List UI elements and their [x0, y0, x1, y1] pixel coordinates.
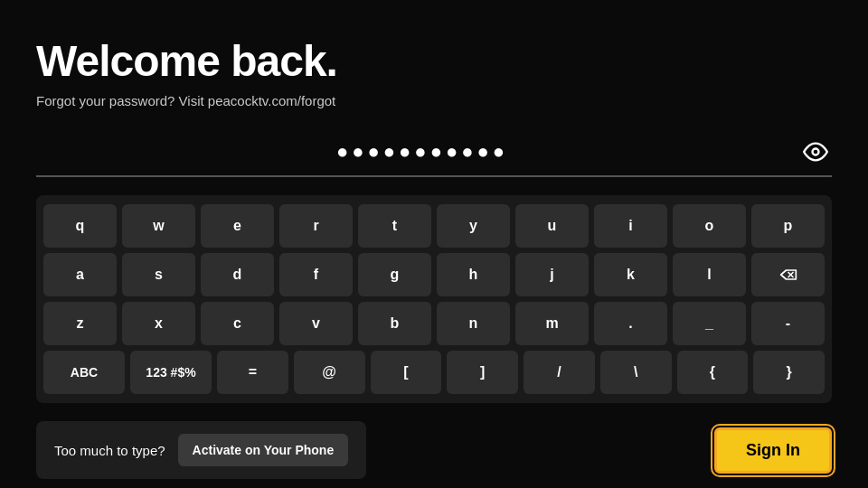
key-special[interactable] — [751, 253, 825, 296]
keyboard-row-3: ABC123 #$%=@[]/\{} — [43, 351, 825, 394]
on-screen-keyboard: qwertyuiopasdfghjklzxcvbnm._-ABC123 #$%=… — [36, 195, 832, 403]
key-n[interactable]: n — [437, 302, 510, 345]
key-special[interactable]: \ — [600, 351, 672, 394]
keyboard-row-2: zxcvbnm._- — [43, 302, 825, 345]
forgot-password-text: Forgot your password? Visit peacocktv.co… — [36, 93, 832, 108]
key-special[interactable]: } — [753, 351, 825, 394]
key-o[interactable]: o — [673, 204, 746, 248]
key-p[interactable]: p — [751, 204, 825, 248]
key-special[interactable]: - — [751, 302, 825, 345]
keyboard-row-1: asdfghjkl — [43, 253, 825, 296]
key-special[interactable]: [ — [371, 351, 442, 394]
key-ABC[interactable]: ABC — [43, 351, 125, 394]
key-h[interactable]: h — [437, 253, 510, 296]
toggle-password-button[interactable] — [799, 136, 832, 168]
key-special[interactable]: { — [677, 351, 749, 394]
key-e[interactable]: e — [201, 204, 274, 248]
key-m[interactable]: m — [515, 302, 589, 345]
key-special[interactable]: @ — [294, 351, 365, 394]
key-special[interactable]: . — [594, 302, 667, 345]
key-special[interactable]: ] — [447, 351, 518, 394]
key-t[interactable]: t — [358, 204, 431, 248]
key-d[interactable]: d — [201, 253, 274, 296]
bottom-bar: Too much to type? Activate on Your Phone… — [36, 421, 832, 479]
key-v[interactable]: v — [279, 302, 353, 345]
backspace-icon — [779, 267, 797, 282]
sign-in-button[interactable]: Sign In — [714, 427, 832, 474]
key-c[interactable]: c — [201, 302, 274, 345]
key-w[interactable]: w — [122, 204, 195, 248]
key-i[interactable]: i — [594, 204, 667, 248]
key-special[interactable]: _ — [673, 302, 746, 345]
activate-on-phone-button[interactable]: Activate on Your Phone — [178, 434, 349, 466]
too-much-text: Too much to type? — [54, 443, 165, 458]
keyboard-row-0: qwertyuiop — [43, 204, 825, 248]
key-123specialspecialspecialspecial[interactable]: 123 #$% — [130, 351, 212, 394]
svg-point-0 — [813, 149, 819, 155]
key-y[interactable]: y — [437, 204, 510, 248]
key-s[interactable]: s — [122, 253, 195, 296]
key-z[interactable]: z — [43, 302, 117, 345]
key-special[interactable]: = — [217, 351, 288, 394]
key-f[interactable]: f — [279, 253, 353, 296]
header-section: Welcome back. Forgot your password? Visi… — [36, 36, 832, 108]
key-a[interactable]: a — [43, 253, 117, 296]
page-container: Welcome back. Forgot your password? Visi… — [0, 0, 868, 488]
key-l[interactable]: l — [673, 253, 746, 296]
key-r[interactable]: r — [279, 204, 353, 248]
key-g[interactable]: g — [358, 253, 431, 296]
activate-section: Too much to type? Activate on Your Phone — [36, 421, 366, 479]
key-b[interactable]: b — [358, 302, 431, 345]
key-u[interactable]: u — [515, 204, 589, 248]
key-q[interactable]: q — [43, 204, 117, 248]
welcome-title: Welcome back. — [36, 36, 832, 86]
eye-icon — [803, 139, 828, 164]
password-dots: ●●●●●●●●●●● — [36, 140, 799, 164]
key-j[interactable]: j — [515, 253, 589, 296]
key-k[interactable]: k — [594, 253, 667, 296]
key-special[interactable]: / — [524, 351, 595, 394]
password-field-container: ●●●●●●●●●●● — [36, 136, 832, 177]
key-x[interactable]: x — [122, 302, 195, 345]
